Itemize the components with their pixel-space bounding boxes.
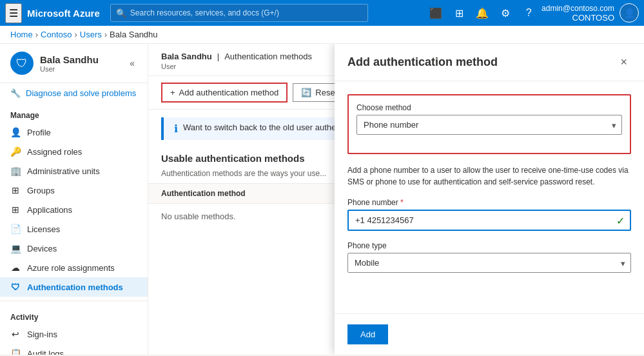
phone-type-select[interactable]: Mobile Alternate mobile Office xyxy=(348,253,630,272)
sidebar-item-profile-label: Profile xyxy=(27,128,51,137)
audit-logs-icon: 📋 xyxy=(10,348,21,355)
sidebar-item-applications-label: Applications xyxy=(27,205,72,215)
breadcrumb-contoso[interactable]: Contoso xyxy=(41,30,72,39)
sidebar-item-licenses-label: Licenses xyxy=(27,224,60,234)
groups-icon: ⊞ xyxy=(10,185,21,195)
phone-number-label: Phone number xyxy=(347,198,631,207)
brand-logo: Microsoft Azure xyxy=(27,8,100,19)
sidebar-user-role: User xyxy=(40,65,99,73)
sidebar: 🛡 Bala Sandhu User « 🔧 Diagnose and solv… xyxy=(0,44,148,355)
wrench-icon: 🔧 xyxy=(10,88,21,98)
notifications-icon[interactable]: 🔔 xyxy=(472,3,493,23)
sidebar-diagnose[interactable]: 🔧 Diagnose and solve problems xyxy=(0,83,148,103)
method-select-wrapper[interactable]: Phone number Email Microsoft Authenticat… xyxy=(356,115,622,135)
info-icon: ℹ xyxy=(174,123,178,135)
search-input[interactable] xyxy=(130,8,362,17)
manage-section-label: Manage xyxy=(0,103,148,123)
panel-title: Add authentication method xyxy=(347,55,498,69)
sidebar-item-devices[interactable]: 💻 Devices xyxy=(0,239,148,258)
activity-section-label: Activity xyxy=(0,305,148,324)
choose-method-label: Choose method xyxy=(356,103,622,112)
phone-check-icon: ✓ xyxy=(616,214,625,226)
sidebar-divider xyxy=(0,301,148,301)
sidebar-item-devices-label: Devices xyxy=(27,244,57,253)
sidebar-user-name: Bala Sandhu xyxy=(40,54,99,65)
page-title-user: Bala Sandhu xyxy=(161,52,212,61)
breadcrumb-users[interactable]: Users xyxy=(80,30,102,39)
sidebar-header: 🛡 Bala Sandhu User « xyxy=(0,44,148,83)
sidebar-item-licenses[interactable]: 📄 Licenses xyxy=(0,219,148,239)
search-icon: 🔍 xyxy=(116,8,126,18)
auth-methods-icon: 🛡 xyxy=(10,282,21,292)
choose-method-box: Choose method Phone number Email Microso… xyxy=(347,94,631,154)
topbar: ☰ Microsoft Azure 🔍 ⬛ ⊞ 🔔 ⚙ ? admin@cont… xyxy=(0,0,644,26)
search-box[interactable]: 🔍 xyxy=(110,4,368,22)
sidebar-item-azure-roles-label: Azure role assignments xyxy=(27,263,115,273)
layout: 🛡 Bala Sandhu User « 🔧 Diagnose and solv… xyxy=(0,44,644,355)
phone-type-select-wrapper[interactable]: Mobile Alternate mobile Office ▾ xyxy=(347,253,631,273)
directory-icon[interactable]: ⊞ xyxy=(449,3,469,23)
sidebar-item-profile[interactable]: 👤 Profile xyxy=(0,123,148,142)
phone-input-wrapper[interactable]: ✓ xyxy=(347,210,631,231)
add-button[interactable]: Add xyxy=(347,324,388,344)
sidebar-item-groups-label: Groups xyxy=(27,186,55,195)
choose-method-group: Choose method Phone number Email Microso… xyxy=(356,103,622,135)
applications-icon: ⊞ xyxy=(10,204,21,215)
topbar-icons: ⬛ ⊞ 🔔 ⚙ ? admin@contoso.com CONTOSO 👤 xyxy=(425,3,639,23)
info-banner-text: Want to switch back to the old user auth… xyxy=(183,123,343,132)
devices-icon: 💻 xyxy=(10,243,21,253)
sidebar-item-audit-logs[interactable]: 📋 Audit logs xyxy=(0,344,148,355)
breadcrumb: Home › Contoso › Users › Bala Sandhu xyxy=(0,26,644,44)
sidebar-item-sign-ins[interactable]: ↩ Sign-ins xyxy=(0,324,148,344)
user-tenant: CONTOSO xyxy=(572,13,615,23)
main-content: Bala Sandhu | Authentication methods Use… xyxy=(148,44,644,355)
add-auth-method-label: Add authentication method xyxy=(179,88,279,97)
profile-icon: 👤 xyxy=(10,127,21,137)
reset-icon: 🔄 xyxy=(301,88,311,97)
sidebar-item-auth-methods[interactable]: 🛡 Authentication methods xyxy=(0,277,148,297)
diagnose-label: Diagnose and solve problems xyxy=(26,88,136,98)
sidebar-item-admin-units[interactable]: 🏢 Administrative units xyxy=(0,161,148,181)
roles-icon: 🔑 xyxy=(10,146,21,157)
phone-type-group: Phone type Mobile Alternate mobile Offic… xyxy=(347,241,631,273)
sidebar-collapse-button[interactable]: « xyxy=(127,55,137,71)
azure-roles-icon: ☁ xyxy=(10,262,21,273)
sidebar-item-sign-ins-label: Sign-ins xyxy=(27,330,57,339)
cloud-shell-icon[interactable]: ⬛ xyxy=(425,3,446,23)
help-icon[interactable]: ? xyxy=(518,3,539,23)
panel-body: Choose method Phone number Email Microso… xyxy=(335,81,644,313)
side-panel: Add authentication method × Choose metho… xyxy=(335,44,644,355)
sidebar-item-assigned-roles[interactable]: 🔑 Assigned roles xyxy=(0,142,148,161)
method-select[interactable]: Phone number Email Microsoft Authenticat… xyxy=(357,115,621,134)
phone-number-group: Phone number ✓ xyxy=(347,198,631,231)
sidebar-item-roles-label: Assigned roles xyxy=(27,147,82,157)
phone-type-label: Phone type xyxy=(347,241,631,250)
panel-header: Add authentication method × xyxy=(335,44,644,81)
sidebar-item-admin-units-label: Administrative units xyxy=(27,166,100,176)
licenses-icon: 📄 xyxy=(10,224,21,234)
sidebar-avatar: 🛡 xyxy=(10,52,34,75)
breadcrumb-home[interactable]: Home xyxy=(10,30,33,39)
sidebar-item-audit-logs-label: Audit logs xyxy=(27,349,64,355)
add-auth-method-button[interactable]: + Add authentication method xyxy=(161,83,288,103)
method-description: Add a phone number to a user to allow th… xyxy=(347,164,631,188)
phone-input[interactable] xyxy=(349,211,630,230)
panel-close-button[interactable]: × xyxy=(616,54,631,70)
admin-units-icon: 🏢 xyxy=(10,166,21,176)
page-title-section: Authentication methods xyxy=(224,52,312,61)
plus-icon: + xyxy=(170,88,175,97)
panel-footer: Add xyxy=(335,313,644,355)
breadcrumb-current: Bala Sandhu xyxy=(110,30,157,39)
sidebar-item-auth-methods-label: Authentication methods xyxy=(27,282,123,292)
user-name: admin@contoso.com xyxy=(542,4,614,13)
sidebar-item-applications[interactable]: ⊞ Applications xyxy=(0,200,148,219)
user-info: admin@contoso.com CONTOSO xyxy=(542,4,614,23)
hamburger-menu[interactable]: ☰ xyxy=(5,3,22,23)
sidebar-user-info: Bala Sandhu User xyxy=(40,54,99,73)
avatar[interactable]: 👤 xyxy=(620,3,639,23)
sign-ins-icon: ↩ xyxy=(10,329,21,339)
sidebar-item-azure-roles[interactable]: ☁ Azure role assignments xyxy=(0,258,148,277)
settings-icon[interactable]: ⚙ xyxy=(495,3,516,23)
sidebar-item-groups[interactable]: ⊞ Groups xyxy=(0,181,148,200)
